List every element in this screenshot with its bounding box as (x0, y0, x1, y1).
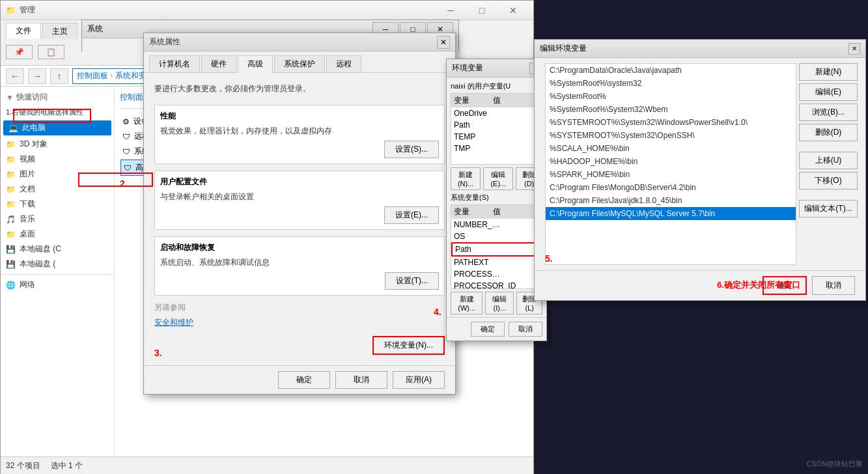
browse-path-btn[interactable]: 浏览(B)... (799, 104, 858, 121)
quick-access-header[interactable]: ▼ 快速访问 (1, 89, 114, 105)
gear-icon: ⚙ (122, 117, 130, 126)
sys-props-ok[interactable]: 确定 (278, 371, 330, 389)
path-item-10[interactable]: C:\Program Files\Java\jdk1.8.0_45\bin (546, 194, 796, 207)
sidebar-item-disk-d[interactable]: 💾 本地磁盘 ( (1, 257, 114, 272)
path-item-3[interactable]: %SystemRoot%\System32\Wbem (546, 103, 796, 116)
startup-settings-btn[interactable]: 设置(T)... (385, 272, 439, 290)
step4-label: 4. (434, 307, 441, 317)
sys-var-procid[interactable]: PROCESSOR_ID (451, 280, 542, 289)
edit-text-btn[interactable]: 编辑文本(T)... (799, 200, 858, 217)
sidebar-item-downloads[interactable]: 📁 下载 (1, 197, 114, 212)
forward-button[interactable]: → (28, 68, 46, 84)
user-var-onedrive[interactable]: OneDrive (451, 107, 542, 119)
sys-header-row: 变量 值 (451, 205, 542, 219)
sys-props-desc: 要进行大多数更改，你必须作为管理员登录。 (154, 83, 445, 94)
tab-hardware[interactable]: 硬件 (201, 55, 236, 72)
startup-title: 启动和故障恢复 (160, 242, 439, 253)
item-video-label: 视频 (20, 154, 35, 165)
user-profiles-section: 用户配置文件 与登录帐户相关的桌面设置 设置(E)... (154, 171, 445, 230)
sys-props-close[interactable]: ✕ (437, 36, 450, 49)
delete-path-btn[interactable]: 删除(D) (799, 124, 858, 141)
sys-vars-btns: 新建(W)... 编辑(I)... 删除(L) (451, 289, 542, 317)
path-item-4[interactable]: %SYSTEMROOT%\System32\WindowsPowerShell\… (546, 116, 796, 129)
sys-props-apply[interactable]: 应用(A) (393, 371, 445, 389)
maximize-button[interactable]: □ (467, 1, 497, 20)
close-button[interactable]: ✕ (498, 1, 528, 20)
back-button[interactable]: ← (6, 68, 24, 84)
folder-doc-icon: 📁 (6, 185, 16, 194)
user-var-temp[interactable]: TEMP (451, 131, 542, 143)
sidebar-separator (1, 274, 114, 275)
perf-settings-btn[interactable]: 设置(S)... (384, 141, 439, 158)
tab-advanced[interactable]: 高级 (238, 55, 273, 73)
move-down-btn[interactable]: 下移(O) (799, 172, 858, 189)
sidebar-item-3d[interactable]: 📁 3D 对象 (1, 137, 114, 152)
item-pictures-label: 图片 (20, 169, 35, 180)
path-item-11-selected[interactable]: C:\Program Files\MySQL\MySQL Server 5.7\… (546, 207, 796, 220)
edit-env-dialog: 编辑环境变量 ✕ C:\ProgramData\Oracle\Java\java… (534, 39, 866, 301)
tab-sys-protection[interactable]: 系统保护 (274, 55, 325, 72)
path-item-1[interactable]: %SystemRoot%\system32 (546, 77, 796, 90)
tab-remote[interactable]: 远程 (326, 55, 361, 72)
new-path-btn[interactable]: 新建(N) (799, 63, 858, 81)
tab-home[interactable]: 主页 (42, 23, 77, 39)
path-item-2[interactable]: %SystemRoot% (546, 90, 796, 103)
move-up-btn[interactable]: 上移(U) (799, 152, 858, 169)
edit-env-close[interactable]: ✕ (848, 43, 860, 55)
path-item-5[interactable]: %SYSTEMROOT%\System32\OpenSSH\ (546, 129, 796, 142)
sidebar-item-pictures[interactable]: 📁 图片 (1, 167, 114, 182)
sidebar-item-docs[interactable]: 📁 文档 (1, 182, 114, 197)
minimize-button[interactable]: ─ (436, 1, 466, 20)
protection-icon: 🛡 (122, 147, 130, 156)
sidebar-item-disk-c[interactable]: 💾 本地磁盘 (C (1, 242, 114, 257)
user-vars-btns: 新建(N)... 编辑(E)... 删除(D) (451, 165, 542, 193)
user-settings-btn[interactable]: 设置(E)... (384, 206, 439, 224)
edit-env-cancel-btn[interactable]: 取消 (812, 276, 855, 295)
sidebar-item-video[interactable]: 📁 视频 (1, 152, 114, 167)
ribbon-btn[interactable]: 📌 (6, 45, 33, 59)
sidebar-item-music[interactable]: 🎵 音乐 (1, 212, 114, 227)
sys-var-numproc[interactable]: NUMBER_OF_P (451, 219, 542, 230)
tab-file[interactable]: 文件 (6, 23, 41, 39)
up-button[interactable]: ↑ (50, 68, 68, 84)
item-music-label: 音乐 (20, 214, 35, 225)
user-var-path[interactable]: Path (451, 119, 542, 131)
env-cancel-btn[interactable]: 取消 (509, 322, 542, 337)
sys-props-cancel[interactable]: 取消 (335, 371, 387, 389)
sys-var-path[interactable]: Path (451, 242, 542, 257)
numproc-name: NUMBER_OF_P (454, 220, 506, 229)
explorer-title: 管理 (20, 5, 35, 16)
startup-desc: 系统启动、系统故障和调试信息 (160, 257, 439, 268)
sys-var-pathext[interactable]: PATHEXT (451, 257, 542, 268)
edit-user-var-btn[interactable]: 编辑(E)... (483, 167, 513, 190)
system-props-dialog: 系统属性 ✕ 计算机名 硬件 高级 系统保护 远程 要进行大多数更改，你必须作为… (143, 33, 456, 395)
path-item-7[interactable]: %HADOOP_HOME%\bin (546, 155, 796, 168)
ribbon-btn-2[interactable]: 📋 (38, 45, 64, 59)
new-user-var-btn[interactable]: 新建(N)... (451, 167, 481, 190)
security-maintenance-link[interactable]: 安全和维护 (154, 317, 445, 328)
edit-sys-var-btn[interactable]: 编辑(I)... (485, 292, 514, 314)
folder-dl-icon: 📁 (6, 200, 16, 209)
new-sys-var-btn[interactable]: 新建(W)... (451, 292, 483, 314)
item-disk-c-label: 本地磁盘 (C (20, 244, 61, 255)
env-ok-btn[interactable]: 确定 (471, 322, 505, 337)
path-item-6[interactable]: %SCALA_HOME%\bin (546, 142, 796, 155)
path-item-0[interactable]: C:\ProgramData\Oracle\Java\javapath (546, 64, 796, 77)
edit-path-btn[interactable]: 编辑(E) (799, 83, 858, 101)
env-vars-dialog: 环境变量 ✕ naixi 的用户变量(U 变量 值 OneDrive Path … (446, 59, 547, 341)
sidebar-item-desktop[interactable]: 📁 桌面 (1, 227, 114, 242)
tab-computer-name[interactable]: 计算机名 (149, 55, 200, 72)
sidebar-item-this-pc[interactable]: 💻 此电脑 (3, 120, 111, 135)
sidebar-item-network[interactable]: 🌐 网络 (1, 277, 114, 292)
sys-vars-section: 系统变量(S) 变量 值 NUMBER_OF_P OS Path PATHEXT… (447, 193, 546, 317)
sys-props-title: 系统属性 (149, 36, 180, 48)
path-item-9[interactable]: C:\Program Files\MongoDB\Server\4.2\bin (546, 181, 796, 194)
sys-var-os[interactable]: OS (451, 230, 542, 242)
quick-access-label: 快速访问 (16, 92, 48, 103)
path-item-8[interactable]: %SPARK_HOME%\bin (546, 168, 796, 181)
user-var-tmp[interactable]: TMP (451, 143, 542, 154)
env-vars-button[interactable]: 环境变量(N)... (372, 336, 445, 355)
perf-desc: 视觉效果，处理器计划，内存使用，以及虚拟内存 (160, 126, 439, 137)
sys-var-procarch[interactable]: PROCESSOR_A (451, 268, 542, 280)
breadcrumb-cp[interactable]: 控制面板 (77, 71, 108, 80)
